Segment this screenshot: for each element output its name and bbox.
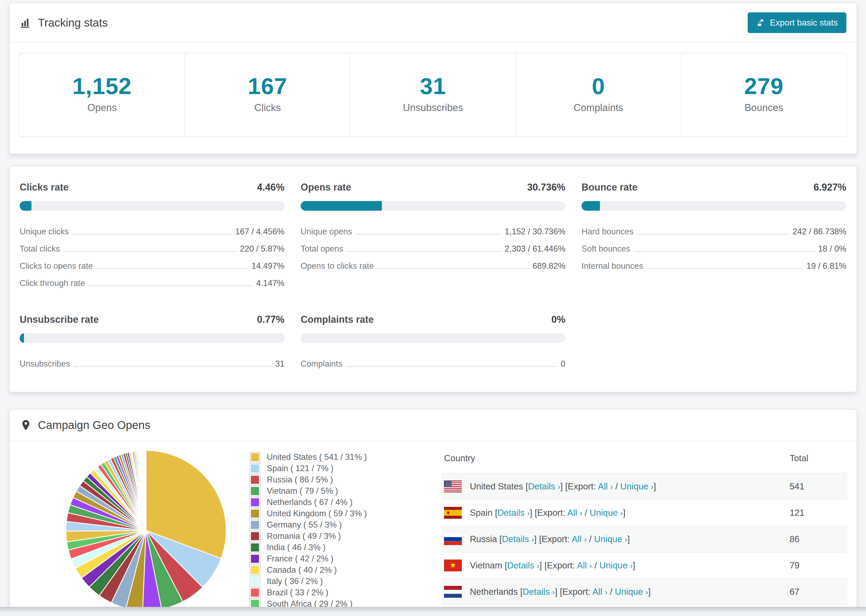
export-unique-link[interactable]: Unique › — [594, 534, 627, 544]
export-all-link[interactable]: All › — [577, 560, 592, 570]
legend-swatch — [250, 497, 260, 508]
legend-swatch — [250, 475, 260, 485]
export-button-label: Export basic stats — [770, 18, 838, 28]
geo-header: Campaign Geo Opens — [9, 410, 857, 441]
stat-opens-label: Opens — [20, 102, 184, 113]
legend-swatch — [250, 565, 260, 575]
export-icon — [756, 18, 765, 27]
complaints-rate-progressbar — [301, 333, 565, 343]
legend-swatch — [250, 508, 260, 519]
export-unique-link[interactable]: Unique › — [615, 587, 648, 597]
bar-chart-icon — [20, 17, 32, 29]
legend-swatch — [250, 520, 260, 530]
total-cell: 79 — [790, 552, 847, 579]
legend-swatch — [250, 587, 260, 598]
chevron-right-icon: › — [527, 509, 530, 517]
table-row-russia: Russia [Details ›] [Export: All › / Uniq… — [441, 526, 847, 552]
export-all-link[interactable]: All › — [567, 508, 582, 518]
opens-rate-block: Opens rate 30.736% Unique opens1,152 / 3… — [301, 182, 565, 288]
column-header-country: Country — [441, 441, 790, 473]
chevron-right-icon: › — [558, 482, 561, 491]
opens-rate-value: 30.736% — [527, 182, 565, 193]
stat-clicks-value: 167 — [185, 73, 350, 99]
legend-item-india[interactable]: India ( 46 / 3% ) — [250, 542, 422, 553]
table-row-netherlands: Netherlands [Details ›] [Export: All › /… — [441, 579, 847, 605]
legend-item-italy[interactable]: Italy ( 36 / 2% ) — [250, 576, 422, 587]
kv-clicks-to-opens: Clicks to opens rate14.497% — [20, 254, 285, 271]
chevron-right-icon: › — [620, 509, 623, 517]
legend-item-united-kingdom[interactable]: United Kingdom ( 59 / 3% ) — [250, 508, 422, 519]
stat-unsubscribes: 31 Unsubscribes — [350, 53, 515, 137]
chevron-right-icon: › — [589, 561, 592, 570]
export-basic-stats-button[interactable]: Export basic stats — [748, 13, 846, 33]
clicks-rate-block: Clicks rate 4.46% Unique clicks167 / 4.4… — [20, 182, 285, 288]
stat-bounces-value: 279 — [682, 73, 846, 99]
stat-unsubscribes-value: 31 — [350, 73, 515, 99]
legend-item-canada[interactable]: Canada ( 40 / 2% ) — [250, 564, 422, 576]
unsubscribe-rate-progressbar — [20, 333, 285, 343]
export-unique-link[interactable]: Unique › — [590, 508, 623, 518]
details-link[interactable]: Details › — [498, 508, 530, 518]
chevron-right-icon: › — [584, 535, 587, 544]
kv-opens-to-clicks: Opens to clicks rate689.82% — [301, 254, 565, 271]
legend-swatch — [250, 542, 260, 553]
legend-swatch — [250, 486, 260, 497]
clicks-rate-title: Clicks rate — [20, 182, 69, 193]
kv-unique-clicks: Unique clicks167 / 4.456% — [20, 219, 285, 237]
stat-clicks: 167 Clicks — [184, 53, 350, 137]
complaints-rate-title: Complaints rate — [301, 314, 374, 325]
legend-item-netherlands[interactable]: Netherlands ( 67 / 4% ) — [250, 497, 422, 508]
export-all-link[interactable]: All › — [598, 481, 613, 491]
legend-item-russia[interactable]: Russia ( 86 / 5% ) — [250, 474, 422, 486]
details-link[interactable]: Details › — [528, 481, 560, 491]
table-header-row: Country Total — [441, 441, 847, 473]
legend-item-brazil[interactable]: Brazil ( 33 / 2% ) — [250, 587, 422, 598]
opens-rate-title: Opens rate — [301, 182, 351, 193]
legend-item-vietnam[interactable]: Vietnam ( 79 / 5% ) — [250, 486, 422, 497]
details-link[interactable]: Details › — [523, 587, 555, 597]
legend-item-united-states[interactable]: United States ( 541 / 31% ) — [250, 451, 422, 463]
details-link[interactable]: Details › — [507, 560, 540, 570]
clicks-rate-value: 4.46% — [257, 182, 285, 193]
nl-flag-icon — [444, 586, 462, 598]
stat-bounces-label: Bounces — [682, 102, 846, 113]
legend-item-germany[interactable]: Germany ( 55 / 3% ) — [250, 519, 422, 531]
country-cell-text: Vietnam [Details ›] [Export: All › / Uni… — [470, 560, 635, 570]
geo-pie-chart[interactable] — [9, 441, 230, 615]
stat-complaints: 0 Complaints — [516, 53, 681, 137]
export-all-link[interactable]: All › — [592, 587, 608, 597]
stats-summary-row: 1,152 Opens 167 Clicks 31 Unsubscribes 0… — [19, 53, 847, 137]
legend-item-france[interactable]: France ( 42 / 2% ) — [250, 553, 422, 564]
details-link[interactable]: Details › — [502, 534, 534, 544]
tracking-stats-card: Tracking stats Export basic stats 1,152 … — [9, 3, 857, 154]
chevron-right-icon: › — [625, 535, 627, 544]
stat-complaints-value: 0 — [516, 73, 681, 99]
chevron-right-icon: › — [531, 535, 534, 544]
legend-swatch — [250, 531, 260, 542]
column-header-total: Total — [790, 441, 847, 473]
export-unique-link[interactable]: Unique › — [600, 560, 633, 570]
bounce-rate-progressbar — [581, 201, 846, 211]
chevron-right-icon: › — [579, 509, 582, 517]
country-cell-text: United States [Details ›] [Export: All ›… — [470, 481, 656, 492]
legend-swatch — [250, 553, 260, 564]
stat-bounces: 279 Bounces — [681, 53, 846, 137]
export-unique-link[interactable]: Unique › — [620, 481, 653, 491]
kv-soft-bounces: Soft bounces18 / 0% — [581, 237, 846, 254]
unsubscribe-rate-block: Unsubscribe rate 0.77% Unsubscribes31 — [20, 314, 285, 369]
vn-flag-icon — [444, 559, 462, 571]
export-all-link[interactable]: All › — [572, 534, 587, 544]
map-pin-icon — [20, 419, 32, 431]
stat-clicks-label: Clicks — [185, 102, 350, 113]
stat-opens: 1,152 Opens — [20, 53, 184, 137]
unsubscribe-rate-title: Unsubscribe rate — [20, 314, 99, 325]
geo-title: Campaign Geo Opens — [38, 419, 150, 432]
chevron-right-icon: › — [651, 482, 653, 491]
rates-card: Clicks rate 4.46% Unique clicks167 / 4.4… — [9, 165, 857, 392]
legend-item-romania[interactable]: Romania ( 49 / 3% ) — [250, 531, 422, 542]
tracking-stats-header: Tracking stats Export basic stats — [9, 3, 857, 42]
table-row-vietnam: Vietnam [Details ›] [Export: All › / Uni… — [441, 552, 847, 579]
legend-item-spain[interactable]: Spain ( 121 / 7% ) — [250, 463, 422, 474]
table-row-spain: Spain [Details ›] [Export: All › / Uniqu… — [441, 500, 847, 526]
legend-swatch — [250, 463, 260, 474]
